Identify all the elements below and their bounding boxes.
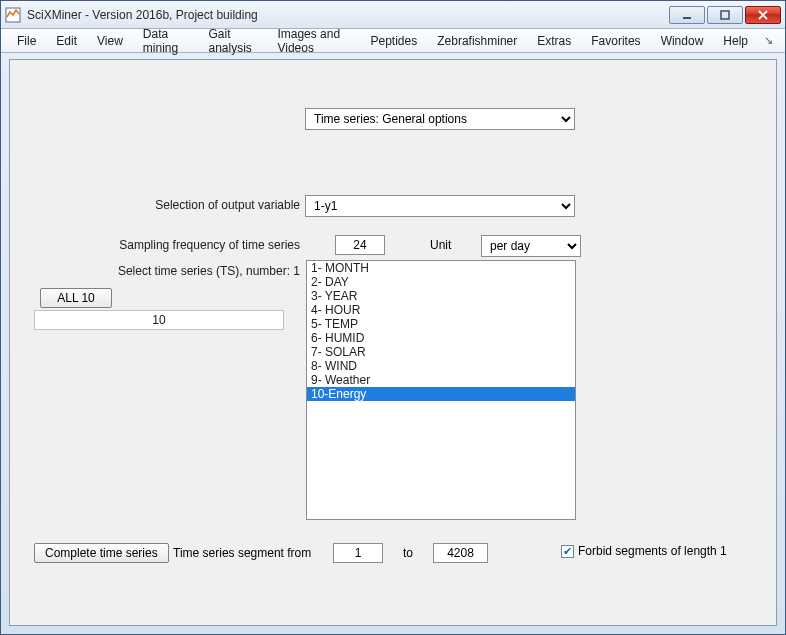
menu-help[interactable]: Help bbox=[713, 31, 758, 51]
minimize-button[interactable] bbox=[669, 6, 705, 24]
titlebar: SciXMiner - Version 2016b, Project build… bbox=[1, 1, 785, 29]
list-item[interactable]: 7- SOLAR bbox=[307, 345, 575, 359]
unit-select[interactable]: per day bbox=[481, 235, 581, 257]
output-variable-label: Selection of output variable bbox=[155, 198, 300, 212]
menu-favorites[interactable]: Favorites bbox=[581, 31, 650, 51]
menu-window[interactable]: Window bbox=[651, 31, 714, 51]
all-button[interactable]: ALL 10 bbox=[40, 288, 112, 308]
close-button[interactable] bbox=[745, 6, 781, 24]
menu-peptides[interactable]: Peptides bbox=[361, 31, 428, 51]
menu-view[interactable]: View bbox=[87, 31, 133, 51]
menu-data-mining[interactable]: Data mining bbox=[133, 24, 199, 58]
maximize-button[interactable] bbox=[707, 6, 743, 24]
list-item[interactable]: 5- TEMP bbox=[307, 317, 575, 331]
svg-rect-2 bbox=[721, 11, 729, 19]
menu-edit[interactable]: Edit bbox=[46, 31, 87, 51]
list-item[interactable]: 1- MONTH bbox=[307, 261, 575, 275]
list-item[interactable]: 3- YEAR bbox=[307, 289, 575, 303]
segment-to-input[interactable] bbox=[433, 543, 488, 563]
list-item[interactable]: 10-Energy bbox=[307, 387, 575, 401]
list-item[interactable]: 2- DAY bbox=[307, 275, 575, 289]
unit-label: Unit bbox=[430, 238, 451, 252]
segment-to-label: to bbox=[403, 546, 413, 560]
list-item[interactable]: 6- HUMID bbox=[307, 331, 575, 345]
menubar: File Edit View Data mining Gait analysis… bbox=[1, 29, 785, 53]
forbid-checkbox[interactable]: ✔ bbox=[561, 545, 574, 558]
complete-time-series-button[interactable]: Complete time series bbox=[34, 543, 169, 563]
select-ts-label: Select time series (TS), number: 1 bbox=[118, 264, 300, 278]
menu-zebrafishminer[interactable]: Zebrafishminer bbox=[427, 31, 527, 51]
segment-from-label: Time series segment from bbox=[173, 546, 311, 560]
sampling-frequency-input[interactable] bbox=[335, 235, 385, 255]
list-item[interactable]: 8- WIND bbox=[307, 359, 575, 373]
panel-select[interactable]: Time series: General options bbox=[305, 108, 575, 130]
window-buttons bbox=[669, 6, 781, 24]
count-display: 10 bbox=[34, 310, 284, 330]
menu-extras[interactable]: Extras bbox=[527, 31, 581, 51]
list-item[interactable]: 4- HOUR bbox=[307, 303, 575, 317]
window-title: SciXMiner - Version 2016b, Project build… bbox=[27, 8, 669, 22]
time-series-listbox[interactable]: 1- MONTH2- DAY3- YEAR4- HOUR5- TEMP6- HU… bbox=[306, 260, 576, 520]
menu-file[interactable]: File bbox=[7, 31, 46, 51]
list-item[interactable]: 9- Weather bbox=[307, 373, 575, 387]
segment-from-input[interactable] bbox=[333, 543, 383, 563]
output-variable-select[interactable]: 1-y1 bbox=[305, 195, 575, 217]
menu-overflow-icon[interactable]: ↘ bbox=[758, 34, 779, 47]
menu-gait-analysis[interactable]: Gait analysis bbox=[198, 24, 267, 58]
sampling-frequency-label: Sampling frequency of time series bbox=[119, 238, 300, 252]
menu-images-videos[interactable]: Images and Videos bbox=[267, 24, 360, 58]
app-window: SciXMiner - Version 2016b, Project build… bbox=[0, 0, 786, 635]
client-area: Time series: General options Selection o… bbox=[9, 59, 777, 626]
app-icon bbox=[5, 7, 21, 23]
forbid-label: Forbid segments of length 1 bbox=[578, 544, 727, 558]
svg-rect-1 bbox=[683, 17, 691, 19]
